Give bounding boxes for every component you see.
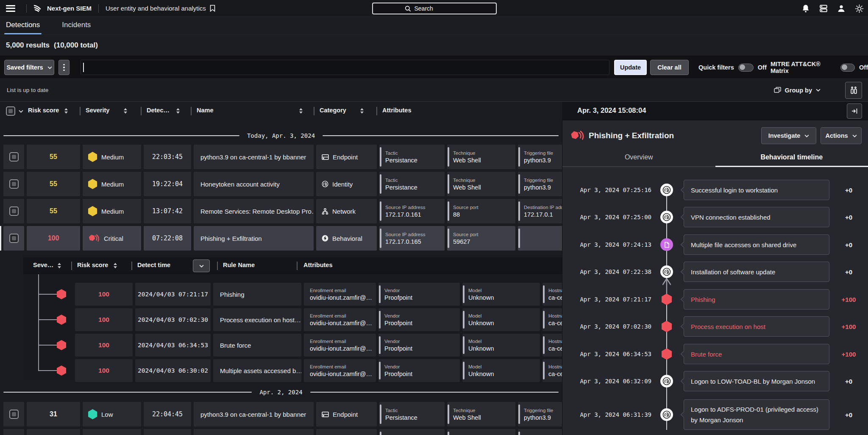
timeline-event-detection[interactable]: Apr 3, 2024 06:34:53 Brute force +100 xyxy=(562,344,868,364)
collapse-panel-button[interactable] xyxy=(847,103,862,119)
attribute-cell[interactable]: VendorProofpoint xyxy=(378,359,460,382)
subheader-attributes[interactable]: Attributes xyxy=(303,262,332,268)
search-input[interactable] xyxy=(414,5,465,12)
clear-all-button[interactable]: Clear all xyxy=(650,60,689,75)
timeline-card[interactable]: Process execution on host xyxy=(684,316,829,337)
table-row-selected[interactable]: 100 Critical 07:22:08 Phishing + Exfiltr… xyxy=(3,226,562,251)
row-checkbox[interactable] xyxy=(9,179,19,189)
attribute-cell[interactable]: TacticPersistance xyxy=(379,172,445,196)
subheader-rule-name[interactable]: Rule Name xyxy=(223,262,255,268)
subtable-row[interactable]: 100 2024/04/03 06:34:53 Brute force Enro… xyxy=(75,334,562,357)
sort-icon[interactable] xyxy=(124,108,127,114)
header-detect-time[interactable]: Detec… xyxy=(147,107,170,114)
attribute-cell[interactable]: TechniqueWeb Shell xyxy=(447,402,515,427)
row-checkbox[interactable] xyxy=(9,206,19,216)
tab-incidents[interactable]: Incidents xyxy=(60,21,92,34)
filter-options-kebab-button[interactable] xyxy=(58,60,70,75)
attribute-cell[interactable]: Source port88 xyxy=(447,199,515,223)
filter-query-input[interactable] xyxy=(81,60,609,75)
subtable-row[interactable]: 100 2024/04/03 06:30:02 Multiple assets … xyxy=(75,359,562,382)
attribute-cell[interactable]: Triggering filepython3.9 xyxy=(518,172,562,196)
attribute-cell[interactable]: Hostnameca-central xyxy=(542,334,562,357)
tab-detections[interactable]: Detections xyxy=(4,21,42,34)
update-button[interactable]: Update xyxy=(614,60,647,75)
investigate-button[interactable]: Investigate xyxy=(761,127,816,144)
table-row[interactable]: 55 Medium 22:03:45 python3.9 on ca-centr… xyxy=(3,145,562,169)
table-row[interactable]: 31 Low 22:04:45 python3.9 on ca-central-… xyxy=(3,402,562,427)
sort-icon[interactable] xyxy=(360,108,364,114)
user-account-icon[interactable] xyxy=(837,4,846,13)
timeline-event[interactable]: Apr 3, 2024 07:24:13 Multiple file acces… xyxy=(562,234,868,255)
attribute-cell[interactable]: Hostnameca-central xyxy=(542,359,562,382)
header-attributes[interactable]: Attributes xyxy=(382,107,411,114)
mitre-matrix-toggle[interactable] xyxy=(840,64,855,72)
notifications-bell-icon[interactable] xyxy=(801,4,810,13)
row-checkbox[interactable] xyxy=(9,234,19,243)
subtable-row[interactable]: 100 2024/04/03 07:02:30 Process executio… xyxy=(75,308,562,331)
row-checkbox[interactable] xyxy=(9,152,19,162)
attribute-cell[interactable]: ModelUnknown xyxy=(462,308,540,331)
attribute-cell[interactable]: TechniqueWeb Shell xyxy=(447,172,515,196)
attribute-cell[interactable]: Hostnameca-central xyxy=(542,283,562,306)
attribute-cell[interactable]: Source IP address172.17.0.161 xyxy=(379,199,445,223)
module-name[interactable]: User entity and behavioral analytics xyxy=(106,5,206,12)
attribute-cell[interactable]: Enrollment emailovidiu-ionut.zamfir@… xyxy=(304,283,376,306)
timeline-card[interactable]: Logon to ADFS-PROD-01 (privileged access… xyxy=(684,399,829,430)
attribute-cell[interactable]: Enrollment emailovidiu-ionut.zamfir@… xyxy=(304,308,376,331)
attribute-cell[interactable]: Enrollment emailovidiu-ionut.zamfir@… xyxy=(304,334,376,357)
timeline-card[interactable]: Logon to LOW-TOAD-BL by Morgan Jonson xyxy=(684,371,829,391)
attribute-cell[interactable]: ModelUnknown xyxy=(462,359,540,382)
subheader-severity[interactable]: Seve… xyxy=(33,262,53,268)
chevron-down-icon[interactable] xyxy=(19,110,23,113)
table-row-partial[interactable] xyxy=(3,429,562,435)
attribute-cell[interactable]: Source IP address172.17.0.165 xyxy=(379,226,445,251)
falcon-logo-icon[interactable] xyxy=(33,3,43,14)
sort-icon[interactable] xyxy=(64,108,68,114)
timeline-card[interactable]: Multiple file accesses on shared drive xyxy=(684,234,829,255)
attribute-cell[interactable] xyxy=(518,226,562,251)
header-severity[interactable]: Severity xyxy=(86,107,109,114)
saved-filters-button[interactable]: Saved filters xyxy=(4,60,54,75)
tab-behavioral-timeline[interactable]: Behavioral timeline xyxy=(715,148,868,166)
attribute-cell[interactable]: Triggering filepython3.9 xyxy=(518,402,562,427)
timeline-card[interactable]: Brute force xyxy=(684,344,829,364)
attribute-cell[interactable]: Triggering filepython3.9 xyxy=(518,145,562,169)
attribute-cell[interactable]: Destination IP address172.17.0.1 xyxy=(518,199,562,223)
attribute-cell[interactable]: Enrollment emailovidiu-ionut.zamfir@… xyxy=(304,359,376,382)
actions-button[interactable]: Actions xyxy=(821,127,862,144)
attribute-cell[interactable]: TacticPersistance xyxy=(379,402,445,427)
attribute-cell[interactable]: ModelUnknown xyxy=(462,283,540,306)
apps-stack-icon[interactable] xyxy=(819,4,828,13)
global-search[interactable] xyxy=(372,3,497,14)
sort-icon[interactable] xyxy=(114,263,117,268)
timeline-event-detection[interactable]: Apr 3, 2024 07:02:30 Process execution o… xyxy=(562,316,868,337)
sort-icon[interactable] xyxy=(299,108,303,114)
timeline-event[interactable]: Apr 3, 2024 07:22:38 Installation of sof… xyxy=(562,262,868,282)
select-all-checkbox[interactable] xyxy=(6,106,15,116)
timeline-event[interactable]: Apr 3, 2024 07:25:16 Successful login to… xyxy=(562,180,868,200)
subtable-row[interactable]: 100 2024/04/03 07:21:17 Phishing Enrollm… xyxy=(75,283,562,306)
timeline-event[interactable]: Apr 3, 2024 07:25:00 VPN connection esta… xyxy=(562,207,868,227)
timeline-event[interactable]: Apr 3, 2024 06:32:09 Logon to LOW-TOAD-B… xyxy=(562,371,868,391)
header-category[interactable]: Category xyxy=(320,107,346,114)
attribute-cell[interactable]: TacticPersistance xyxy=(379,145,445,169)
timeline-card[interactable]: Successful login to workstation xyxy=(684,180,829,200)
detect-time-dropdown-button[interactable] xyxy=(193,259,210,272)
tab-overview[interactable]: Overview xyxy=(562,148,715,166)
header-name[interactable]: Name xyxy=(197,107,214,114)
bookmark-icon[interactable] xyxy=(209,5,216,12)
attribute-cell[interactable]: VendorProofpoint xyxy=(378,308,460,331)
timeline-event[interactable]: Apr 3, 2024 06:31:39 Logon to ADFS-PROD-… xyxy=(562,399,868,430)
group-by-control[interactable]: Group by xyxy=(774,87,821,94)
sort-icon[interactable] xyxy=(176,108,180,114)
attribute-cell[interactable]: ModelUnknown xyxy=(462,334,540,357)
theme-sun-icon[interactable] xyxy=(854,4,864,13)
attribute-cell[interactable]: VendorProofpoint xyxy=(378,334,460,357)
timeline-card[interactable]: VPN connection established xyxy=(684,207,829,227)
hamburger-menu-icon[interactable] xyxy=(6,5,15,12)
attribute-cell[interactable]: VendorProofpoint xyxy=(378,283,460,306)
sort-icon[interactable] xyxy=(58,263,61,268)
timeline-card[interactable]: Installation of software update xyxy=(684,262,829,282)
row-checkbox[interactable] xyxy=(9,410,19,419)
table-row[interactable]: 55 Medium 19:22:04 Honeytoken account ac… xyxy=(3,172,562,196)
